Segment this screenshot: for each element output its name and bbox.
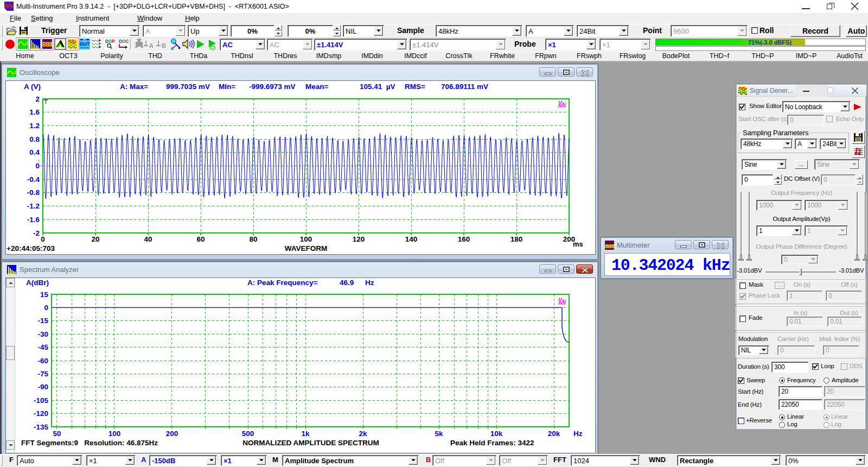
svg-text:0: 0 (41, 235, 45, 243)
svg-text:-30: -30 (37, 330, 48, 338)
svg-text:1.6: 1.6 (29, 108, 40, 116)
svg-text:-2: -2 (33, 229, 40, 237)
svg-text:1k: 1k (301, 430, 310, 438)
svg-text:888: 888 (605, 243, 614, 250)
svg-text:+20:44:05:703: +20:44:05:703 (7, 244, 55, 253)
svg-text:DUT: DUT (80, 41, 90, 47)
svg-text:105.41 µV: 105.41 µV (360, 83, 395, 91)
svg-text:5k: 5k (435, 430, 444, 438)
svg-text:ms: ms (573, 240, 583, 248)
svg-text:80: 80 (249, 235, 257, 243)
svg-text:160: 160 (458, 235, 470, 243)
svg-text:200: 200 (166, 430, 178, 438)
svg-text:DDC: DDC (119, 39, 129, 44)
svg-text:-0.4: -0.4 (27, 175, 40, 184)
svg-text:DDP: DDP (105, 39, 115, 44)
svg-text:-75: -75 (37, 370, 48, 378)
svg-text:-120: -120 (34, 409, 48, 418)
svg-text:46.9: 46.9 (340, 279, 354, 287)
svg-text:20: 20 (91, 235, 99, 243)
svg-text:WAVEFORM: WAVEFORM (285, 244, 328, 253)
svg-text:-105: -105 (34, 396, 49, 405)
svg-text:Hz: Hz (365, 279, 374, 287)
svg-text:NORMALIZED AMPLITUDE SPECTRUM: NORMALIZED AMPLITUDE SPECTRUM (242, 439, 379, 447)
svg-text:-45: -45 (37, 343, 48, 351)
svg-text:2k: 2k (359, 430, 367, 438)
svg-text:0: 0 (44, 304, 48, 312)
svg-text:15: 15 (40, 291, 49, 299)
svg-text:140: 140 (405, 235, 418, 243)
svg-text:500: 500 (242, 430, 254, 438)
svg-text:999.7035 mV: 999.7035 mV (166, 83, 210, 91)
svg-text:-999.6973 mV: -999.6973 mV (249, 83, 296, 91)
svg-text:100: 100 (108, 430, 121, 438)
svg-text:0.8: 0.8 (29, 135, 40, 143)
svg-text:60: 60 (196, 235, 205, 243)
svg-text:B: B (162, 42, 166, 49)
svg-text:100: 100 (300, 235, 312, 243)
svg-text:888: 888 (42, 41, 53, 49)
svg-text:-60: -60 (37, 357, 48, 365)
svg-text:FFT Segments:9 Resolution: 4: FFT Segments:9 Resolution: 46.875Hz (21, 439, 158, 447)
svg-text:A: Max=: A: Max= (120, 83, 148, 91)
svg-text:-135: -135 (34, 423, 49, 431)
svg-text:-15: -15 (37, 317, 48, 325)
svg-text:Peak Held Frames: 3422: Peak Held Frames: 3422 (450, 439, 534, 447)
svg-text:10k: 10k (490, 430, 503, 438)
svg-text:40: 40 (144, 235, 152, 243)
svg-text:-1.6: -1.6 (27, 216, 40, 224)
svg-text:A: A (149, 42, 154, 49)
svg-text:Mean=: Mean= (305, 83, 329, 91)
svg-text:50: 50 (53, 430, 61, 438)
svg-text:1.2: 1.2 (29, 122, 40, 130)
svg-text:-1.2: -1.2 (27, 202, 40, 210)
svg-text:MIn=: MIn= (219, 83, 235, 91)
svg-text:2: 2 (35, 95, 40, 103)
svg-text:-90: -90 (37, 383, 48, 391)
svg-text:A(dBr): A(dBr) (26, 279, 49, 287)
svg-text:-0.8: -0.8 (27, 188, 40, 197)
svg-text:Hz: Hz (573, 430, 583, 438)
svg-text:A (V): A (V) (24, 83, 41, 91)
svg-text:120: 120 (353, 235, 365, 243)
svg-text:A: Peak Frequency=: A: Peak Frequency= (247, 279, 318, 287)
svg-text:0.4: 0.4 (29, 148, 40, 156)
svg-text:RMS=: RMS= (405, 83, 425, 91)
svg-text:↑: ↑ (37, 158, 40, 164)
svg-text:20k: 20k (548, 430, 560, 438)
svg-text:180: 180 (510, 235, 523, 243)
svg-text:706.89111 mV: 706.89111 mV (441, 83, 488, 91)
